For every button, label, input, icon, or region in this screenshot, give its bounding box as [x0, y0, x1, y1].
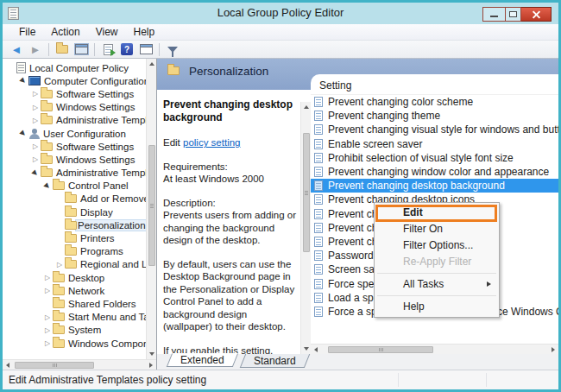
tab-extended[interactable]: Extended [167, 353, 238, 367]
scroll-down-icon[interactable] [301, 344, 312, 354]
tree-horizontal-scrollbar[interactable] [3, 359, 156, 370]
context-menu-item-filter-on[interactable]: Filter On [375, 221, 498, 237]
setting-row[interactable]: Prevent changing window color and appear… [311, 165, 558, 179]
tree-item-shared-folders[interactable]: Shared Folders [3, 297, 146, 310]
up-folder-icon[interactable] [54, 42, 71, 57]
expand-icon[interactable]: ▷ [30, 104, 41, 111]
close-button[interactable] [521, 7, 552, 22]
tree-item-windows-components[interactable]: ▷Windows Components [3, 337, 146, 350]
expand-icon[interactable]: ▷ [30, 117, 41, 124]
filter-icon[interactable] [164, 42, 181, 57]
menu-help[interactable]: Help [126, 25, 163, 39]
scroll-up-icon[interactable] [301, 102, 312, 112]
expand-icon[interactable]: ▷ [42, 326, 53, 334]
tree-item-administrative-templates[interactable]: ▷Administrative Templates [3, 114, 146, 127]
tree-item-add-or-remove-programs[interactable]: Add or Remove Programs [3, 193, 146, 205]
setting-description-pane: Prevent changing desktop background Edit… [157, 90, 311, 354]
maximize-button[interactable] [505, 7, 521, 22]
tree-item-desktop[interactable]: ▷Desktop [3, 271, 146, 284]
context-menu-item-filter-options-[interactable]: Filter Options... [375, 237, 498, 254]
tree-item-programs[interactable]: Programs [3, 245, 146, 258]
help-icon[interactable] [118, 42, 136, 57]
setting-row[interactable]: Prevent changing desktop background [311, 179, 558, 193]
tree-item-local-computer-policy[interactable]: Local Computer Policy [3, 61, 146, 74]
tree-item-administrative-templates[interactable]: ▶Administrative Templates [3, 167, 146, 180]
back-icon[interactable]: ◄ [8, 42, 25, 57]
menu-view[interactable]: View [88, 25, 126, 39]
scroll-left-icon[interactable] [311, 345, 321, 355]
tree-item-printers[interactable]: Printers [3, 231, 146, 244]
tree-vertical-scrollbar[interactable] [146, 59, 156, 359]
toolbar-separator [159, 43, 160, 56]
expand-icon[interactable]: ▷ [42, 287, 53, 294]
folder-icon [53, 181, 65, 190]
setting-row[interactable]: Prohibit selection of visual style font … [311, 151, 558, 165]
tree-item-network[interactable]: ▷Network [3, 284, 146, 297]
context-menu-item-all-tasks[interactable]: All Tasks [375, 276, 498, 293]
scroll-left-icon[interactable] [3, 360, 13, 370]
tree-item-windows-settings[interactable]: ▷Windows Settings [3, 153, 146, 166]
policy-setting-link[interactable]: policy setting [183, 137, 240, 148]
local-group-policy-editor-window: Local Group Policy Editor FileActionView… [0, 0, 561, 392]
menu-file[interactable]: File [11, 25, 43, 39]
user-icon [28, 129, 40, 139]
tree-item-label: Desktop [68, 273, 104, 283]
context-menu-item-help[interactable]: Help [375, 299, 498, 315]
tree-item-personalization[interactable]: Personalization [3, 218, 146, 231]
tree-item-regional-and-language-options[interactable]: ▷Regional and Language Options [3, 258, 146, 271]
expand-icon[interactable]: ▷ [30, 142, 41, 150]
expand-icon[interactable]: ▷ [42, 339, 53, 347]
tree-item-windows-settings[interactable]: ▷Windows Settings [3, 101, 146, 114]
expand-icon[interactable]: ▷ [30, 155, 41, 163]
scroll-right-icon[interactable] [548, 345, 558, 355]
tree-item-label: Windows Components [68, 338, 146, 349]
setting-column-header[interactable]: Setting [311, 74, 558, 95]
setting-row[interactable]: Prevent changing visual style for window… [311, 123, 558, 136]
menu-separator [377, 295, 496, 296]
tree-item-computer-configuration[interactable]: ▶Computer Configuration [3, 74, 146, 87]
scroll-right-icon[interactable] [146, 360, 156, 370]
folder-icon [65, 234, 77, 243]
export-list-icon[interactable] [99, 42, 117, 57]
tree-item-start-menu-and-taskbar[interactable]: ▷Start Menu and Taskbar [3, 311, 146, 324]
description-vertical-scrollbar[interactable] [300, 102, 311, 354]
tree-item-label: Administrative Templates [56, 168, 146, 178]
tree-item-software-settings[interactable]: ▷Software Settings [3, 140, 146, 153]
scroll-up-icon[interactable] [147, 59, 157, 69]
minimize-button[interactable] [482, 7, 505, 22]
setting-row[interactable]: Prevent changing theme [311, 109, 558, 123]
context-menu-item-edit[interactable]: Edit [375, 205, 498, 221]
setting-row[interactable]: Prevent changing color scheme [311, 95, 558, 109]
setting-row-label: Prevent changing window color and appear… [328, 166, 549, 178]
setting-row-label: Prohibit selection of visual style font … [328, 152, 514, 164]
tree-item-system[interactable]: ▷System [3, 324, 146, 337]
expand-icon[interactable]: ▷ [54, 261, 65, 269]
edit-policy-line: Edit policy setting [163, 136, 297, 149]
menu-separator [377, 273, 496, 274]
window-icon[interactable] [137, 42, 154, 57]
scrollbar-thumb[interactable] [15, 362, 94, 369]
menu-action[interactable]: Action [43, 25, 87, 39]
tree-item-control-panel[interactable]: ▶Control Panel [3, 180, 146, 193]
scrollbar-thumb[interactable] [303, 133, 310, 252]
setting-row[interactable]: Enable screen saver [311, 137, 558, 151]
policy-setting-icon [314, 223, 323, 233]
forward-icon[interactable]: ► [27, 42, 44, 57]
tree-item-label: Display [80, 207, 113, 218]
tree-item-display[interactable]: Display [3, 205, 146, 218]
expand-icon[interactable]: ▷ [42, 313, 53, 321]
list-horizontal-scrollbar[interactable] [311, 344, 558, 354]
tree-item-user-configuration[interactable]: ▶User Configuration [3, 127, 146, 140]
tree-item-label: Printers [80, 233, 115, 243]
scroll-down-icon[interactable] [147, 349, 157, 359]
expand-icon[interactable]: ▷ [42, 274, 53, 281]
tree-item-software-settings[interactable]: ▷Software Settings [3, 87, 146, 100]
menu-bar: FileActionViewHelp [3, 24, 558, 41]
console-tree-icon[interactable] [72, 42, 90, 57]
scrollbar-thumb[interactable] [328, 346, 433, 353]
expand-icon[interactable]: ▷ [30, 90, 41, 98]
scrollbar-thumb[interactable] [148, 145, 155, 266]
tree-item-label: Software Settings [56, 142, 134, 152]
tab-standard[interactable]: Standard [239, 354, 309, 368]
policy-setting-icon [314, 293, 323, 303]
